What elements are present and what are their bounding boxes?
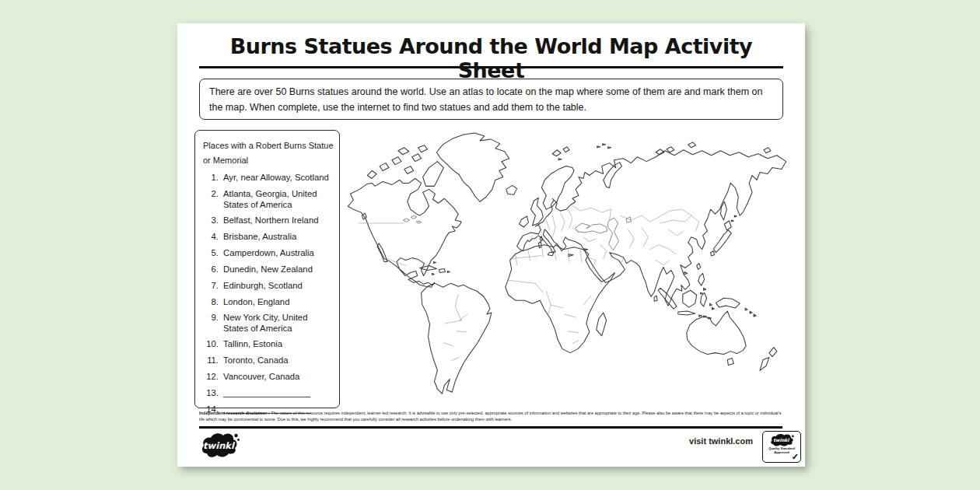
list-item: 11.Toronto, Canada [203,355,333,366]
tasmania [727,359,733,366]
list-item: 6.Dunedin, New Zealand [203,264,333,275]
list-item: 9.New York City, United States of Americ… [203,313,333,334]
great-lakes [404,215,422,223]
badge-checkmark-icon: ✓ [792,452,799,462]
madagascar-outline [597,313,607,336]
taiwan-hainan [684,264,701,275]
item-number: 13. [203,388,219,398]
item-text: Brisbane, Australia [223,232,333,242]
item-text: Atlanta, Georgia, United States of Ameri… [223,189,333,210]
item-text: Camperdown, Australia [223,248,333,258]
places-list-box: Places with a Robert Burns Statue or Mem… [194,130,340,408]
item-number: 8. [203,297,219,307]
places-list: 1.Ayr, near Alloway, Scotland 2.Atlanta,… [203,173,333,415]
activity-sheet: Burns Statues Around the World Map Activ… [177,23,805,467]
list-item: 12.Vancouver, Canada [203,372,333,382]
item-number: 12. [203,372,219,382]
list-item: 2.Atlanta, Georgia, United States of Ame… [203,189,333,210]
scandinavia-outline [541,166,574,210]
list-item: 4.Brisbane, Australia [203,232,333,242]
item-text: Tallinn, Estonia [223,339,333,349]
item-text: Ayr, near Alloway, Scotland [223,173,333,183]
instruction-box: There are over 50 Burns statues around t… [199,79,783,120]
item-number: 5. [203,248,219,258]
item-text: Dunedin, New Zealand [223,264,333,275]
item-text: Edinburgh, Scotland [223,281,333,291]
item-number: 1. [203,173,219,183]
badge-line-2: Approved [774,450,789,454]
twinkl-logo: twinkl [199,430,240,460]
new-zealand-outline [760,348,777,371]
arctic-russia-islands [552,142,771,160]
eurasia-outline [517,150,786,306]
page-title: Burns Statues Around the World Map Activ… [199,34,783,82]
quality-badge: twinkl Quality Standard Approved ✓ [762,431,801,463]
south-america-outline [422,283,492,394]
page-background: Burns Statues Around the World Map Activ… [0,0,980,490]
iceland-outline [506,185,517,194]
item-number: 11. [203,355,219,366]
item-number: 2. [203,189,219,210]
list-item: 5.Camperdown, Australia [203,248,333,258]
logo-wordmark: twinkl [203,440,236,451]
item-text: Vancouver, Canada [223,372,333,382]
list-item: 10.Tallinn, Estonia [203,339,333,349]
list-item: 8.London, England [203,297,333,307]
list-item: 3.Belfast, Northern Ireland [203,215,333,226]
item-text: Belfast, Northern Ireland [223,215,333,226]
novaya-zemlya [604,163,622,188]
item-number: 4. [203,232,219,242]
baja-california [377,243,387,262]
item-number: 9. [203,313,219,334]
item-text: Toronto, Canada [223,355,333,366]
arctic-islands [367,145,443,187]
places-list-header: Places with a Robert Burns Statue or Mem… [203,138,334,167]
badge-logo-wordmark: twinkl [773,438,789,443]
list-item: 7.Edinburgh, Scotland [203,281,333,291]
visit-twinkl-link: visit twinkl.com [689,436,753,446]
item-number: 10. [203,339,219,349]
caspian-sea [608,218,619,250]
japan-outline [711,215,737,256]
blank-answer-line[interactable] [223,388,310,397]
great-britain-outline [530,198,543,226]
badge-twinkl-logo: twinkl [768,433,795,446]
instruction-text: There are over 50 Burns statues around t… [209,84,773,116]
cloud-dot-2 [237,439,240,441]
mediterranean-islands [538,236,587,257]
disclaimer-text: The nature of this resource requires ind… [199,411,781,422]
philippines [698,273,706,294]
country-borders [359,205,698,360]
research-disclaimer: Independent research disclaimer : The na… [199,411,784,423]
cloud-dot-1 [234,434,237,437]
new-guinea [716,298,756,317]
sri-lanka [654,296,657,301]
disclaimer-label: Independent research disclaimer : [199,411,270,415]
ireland-outline [520,216,529,227]
item-number: 6. [203,264,219,275]
north-america-outline [348,178,461,287]
greenland-outline [436,133,509,201]
list-item: 1.Ayr, near Alloway, Scotland [203,173,333,183]
world-map [342,129,805,411]
item-number: 7. [203,281,219,291]
list-item-blank: 13. [203,388,333,398]
item-text: London, England [223,297,333,307]
africa-outline [506,245,615,353]
black-sea [576,223,607,233]
continent-coastlines [348,133,786,394]
item-text: New York City, United States of America [223,313,333,334]
title-underline [199,66,783,68]
footer-divider [199,426,782,429]
item-number: 3. [203,215,219,226]
australia-outline [687,311,746,355]
